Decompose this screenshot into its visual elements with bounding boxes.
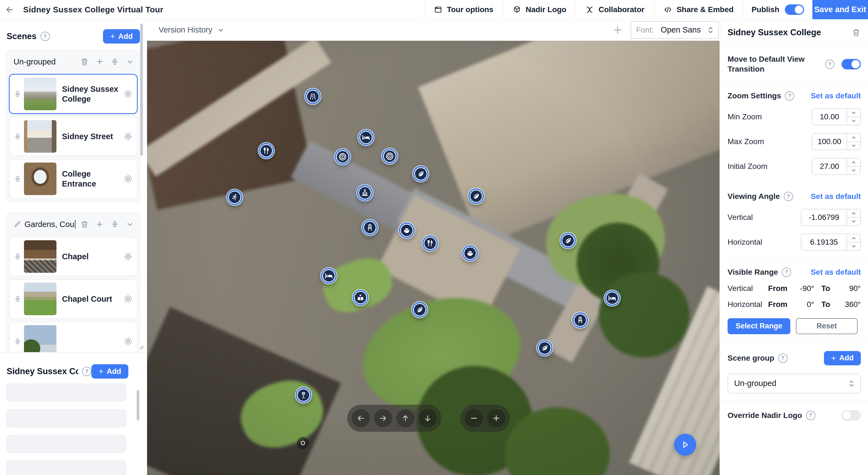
add-scene-to-group-icon[interactable] <box>96 220 104 229</box>
bed-marker[interactable] <box>358 129 374 146</box>
leaf-marker[interactable] <box>412 302 428 318</box>
bowl-marker[interactable] <box>399 222 415 238</box>
scene-card[interactable]: Chapel <box>10 237 137 276</box>
restaurant-marker[interactable] <box>422 235 438 251</box>
initial-zoom-input[interactable]: 27.00 <box>812 158 861 175</box>
road-marker[interactable] <box>305 88 321 105</box>
trash-icon[interactable] <box>80 57 89 66</box>
pan-left-button[interactable] <box>352 409 370 427</box>
leaf-marker[interactable] <box>413 166 429 182</box>
pan-right-button[interactable] <box>374 409 392 427</box>
hotspot-list-item[interactable] <box>6 384 126 402</box>
max-zoom-input[interactable]: 100.00 <box>812 133 861 150</box>
sort-icon[interactable] <box>111 57 119 66</box>
pan-down-button[interactable] <box>418 409 437 427</box>
stepper-down-icon[interactable] <box>847 217 860 226</box>
stepper-up-icon[interactable] <box>847 209 860 217</box>
leaf-marker[interactable] <box>537 340 553 356</box>
move-default-toggle[interactable] <box>842 59 861 69</box>
leaf-marker[interactable] <box>560 233 576 248</box>
tour-options-button[interactable]: Tour options <box>424 0 503 19</box>
runner-marker[interactable] <box>227 189 243 205</box>
scene-group-select[interactable]: Un-grouped <box>727 374 861 393</box>
collaborator-button[interactable]: Collaborator <box>576 0 653 19</box>
angle-set-default-link[interactable]: Set as default <box>811 192 861 201</box>
scenes-help-icon[interactable]: ? <box>40 32 50 41</box>
group-name-input[interactable]: Gardens, Cou <box>25 220 74 229</box>
trash-icon[interactable] <box>80 220 89 229</box>
chevron-down-icon[interactable] <box>126 220 134 229</box>
range-set-default-link[interactable]: Set as default <box>811 268 861 277</box>
move-default-help-icon[interactable]: ? <box>825 60 834 69</box>
sort-icon[interactable] <box>111 220 119 229</box>
drag-handle-icon[interactable] <box>13 132 22 141</box>
stepper-up-icon[interactable] <box>847 234 860 242</box>
bullseye-marker[interactable] <box>335 149 350 165</box>
stepper-down-icon[interactable] <box>847 242 860 250</box>
stepper-down-icon[interactable] <box>847 166 860 174</box>
bed-marker[interactable] <box>321 268 337 284</box>
wine-marker[interactable] <box>296 387 311 403</box>
publish-toggle[interactable] <box>785 4 804 15</box>
chair-marker[interactable] <box>362 219 378 236</box>
scene-card[interactable]: Chapel Court <box>10 280 137 318</box>
add-hotspot-button[interactable]: +Add <box>91 364 128 379</box>
scene-card[interactable]: College Entrance <box>10 159 137 198</box>
leaf-marker[interactable] <box>468 188 484 204</box>
resize-grip-icon[interactable] <box>137 343 144 350</box>
drag-handle-icon[interactable] <box>13 337 22 346</box>
hotspot-help-icon[interactable]: ? <box>82 367 91 376</box>
zoom-settings-help-icon[interactable]: ? <box>785 91 794 100</box>
drag-handle-icon[interactable] <box>13 89 22 99</box>
stepper-up-icon[interactable] <box>847 133 860 141</box>
scene-card[interactable]: Sidney Sussex College <box>10 75 137 113</box>
bullseye-marker[interactable] <box>382 148 398 164</box>
hotspot-list-item[interactable] <box>6 461 126 475</box>
preview-play-button[interactable] <box>674 434 696 456</box>
panorama-viewport[interactable] <box>147 41 719 475</box>
hotspot-scrollbar[interactable] <box>136 390 140 420</box>
reset-range-button[interactable]: Reset <box>796 318 858 334</box>
save-and-exit-button[interactable]: Save and Exit <box>812 0 868 19</box>
override-nadir-toggle[interactable] <box>842 410 861 421</box>
scene-card[interactable] <box>10 322 137 352</box>
bed-marker[interactable] <box>604 290 620 306</box>
chevron-down-icon[interactable] <box>126 58 134 66</box>
gear-icon[interactable] <box>123 294 133 304</box>
stepper-down-icon[interactable] <box>847 141 860 150</box>
delete-scene-icon[interactable] <box>851 28 861 37</box>
gear-icon[interactable] <box>123 131 133 141</box>
version-history-dropdown[interactable]: Version History <box>159 25 224 34</box>
vertical-angle-input[interactable]: -1.06799 <box>801 209 861 226</box>
visible-range-help-icon[interactable]: ? <box>782 268 791 277</box>
chair-marker[interactable] <box>572 312 588 328</box>
scene-card[interactable]: Sidney Street <box>10 117 137 156</box>
drag-handle-icon[interactable] <box>13 252 22 261</box>
font-select[interactable]: Font: Open Sans <box>631 21 719 39</box>
drag-handle-icon[interactable] <box>13 174 22 183</box>
select-range-button[interactable]: Select Range <box>727 318 790 334</box>
hotspot-list-item[interactable] <box>6 409 126 427</box>
restaurant-marker[interactable] <box>258 143 274 159</box>
add-element-button[interactable] <box>612 24 623 36</box>
stepper-up-icon[interactable] <box>847 158 860 166</box>
share-embed-button[interactable]: Share & Embed <box>654 0 743 19</box>
add-scene-button[interactable]: +Add <box>103 29 140 43</box>
min-zoom-input[interactable]: 10.00 <box>812 108 861 125</box>
gear-icon[interactable] <box>123 251 133 262</box>
hotspot-list-item[interactable] <box>6 435 126 453</box>
gear-icon[interactable] <box>123 174 133 184</box>
pencil-icon[interactable] <box>13 220 21 228</box>
override-nadir-help-icon[interactable]: ? <box>806 411 815 420</box>
zoom-in-button[interactable] <box>487 409 505 427</box>
zoom-out-button[interactable] <box>465 409 483 427</box>
stepper-up-icon[interactable] <box>847 109 860 117</box>
back-button[interactable] <box>0 0 19 19</box>
nadir-logo-button[interactable]: Nadir Logo <box>503 0 576 19</box>
viewing-angle-help-icon[interactable]: ? <box>784 192 793 201</box>
zoom-set-default-link[interactable]: Set as default <box>811 91 861 100</box>
add-scene-group-button[interactable]: +Add <box>824 351 861 365</box>
add-scene-to-group-icon[interactable] <box>96 58 104 66</box>
drag-handle-icon[interactable] <box>13 294 22 304</box>
stepper-down-icon[interactable] <box>847 117 860 125</box>
